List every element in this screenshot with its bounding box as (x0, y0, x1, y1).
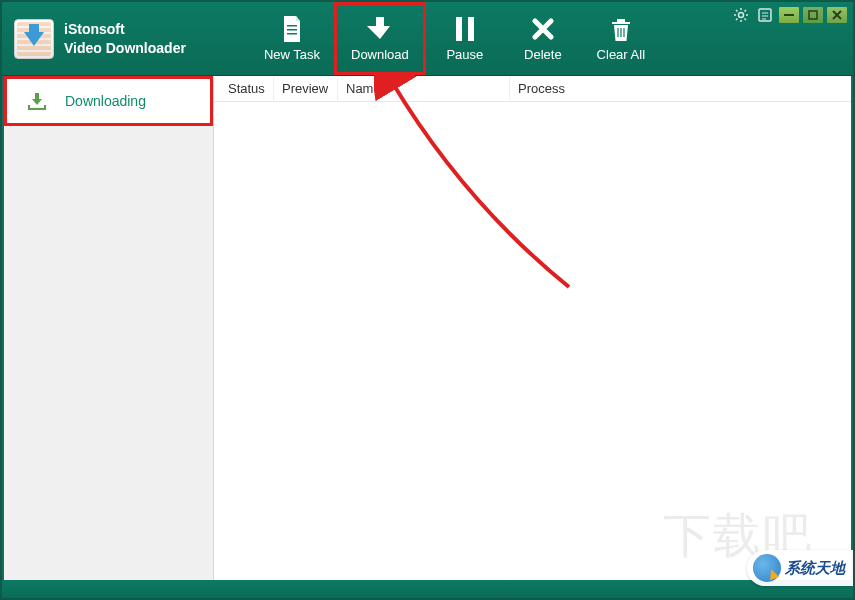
svg-rect-1 (468, 17, 474, 41)
svg-rect-4 (784, 14, 794, 16)
download-button[interactable]: Download (334, 2, 426, 75)
pause-button[interactable]: Pause (426, 2, 504, 75)
x-icon (529, 15, 557, 43)
sidebar: Downloading (4, 76, 214, 580)
minimize-button[interactable] (779, 7, 799, 23)
clear-all-label: Clear All (597, 47, 645, 62)
register-icon[interactable] (755, 6, 775, 24)
app-title-line2: Video Downloader (64, 39, 186, 57)
close-button[interactable] (827, 7, 847, 23)
footer-bar (2, 580, 853, 598)
settings-icon[interactable] (731, 6, 751, 24)
svg-point-2 (739, 13, 744, 18)
clear-all-button[interactable]: Clear All (582, 2, 660, 75)
new-task-label: New Task (264, 47, 320, 62)
app-header: iStonsoft Video Downloader New Task Down… (2, 2, 853, 76)
download-label: Download (351, 47, 409, 62)
svg-rect-0 (456, 17, 462, 41)
body-area: Downloading Status Preview Name Process (4, 76, 851, 580)
column-headers: Status Preview Name Process (214, 76, 851, 102)
download-arrow-icon (366, 15, 394, 43)
watermark-brand: 系统天地 (747, 550, 853, 586)
main-content-area: Status Preview Name Process (214, 76, 851, 580)
column-status[interactable]: Status (220, 77, 274, 100)
app-title-line1: iStonsoft (64, 20, 186, 38)
column-process[interactable]: Process (510, 77, 610, 100)
globe-icon (753, 554, 781, 582)
download-tray-icon (27, 91, 47, 111)
logo-section: iStonsoft Video Downloader (2, 2, 198, 75)
delete-label: Delete (524, 47, 562, 62)
column-name[interactable]: Name (338, 77, 510, 100)
main-toolbar: New Task Download Pause Delete Clear All (250, 2, 660, 75)
watermark-text: 系统天地 (785, 559, 845, 578)
pause-label: Pause (446, 47, 483, 62)
sidebar-item-downloading[interactable]: Downloading (4, 76, 213, 126)
document-icon (278, 15, 306, 43)
maximize-button[interactable] (803, 7, 823, 23)
new-task-button[interactable]: New Task (250, 2, 334, 75)
svg-rect-5 (809, 11, 817, 19)
sidebar-item-label: Downloading (65, 93, 146, 109)
window-controls (731, 6, 847, 24)
app-logo-icon (14, 19, 54, 59)
pause-icon (451, 15, 479, 43)
app-title: iStonsoft Video Downloader (64, 20, 186, 56)
trash-icon (607, 15, 635, 43)
delete-button[interactable]: Delete (504, 2, 582, 75)
column-preview[interactable]: Preview (274, 77, 338, 100)
